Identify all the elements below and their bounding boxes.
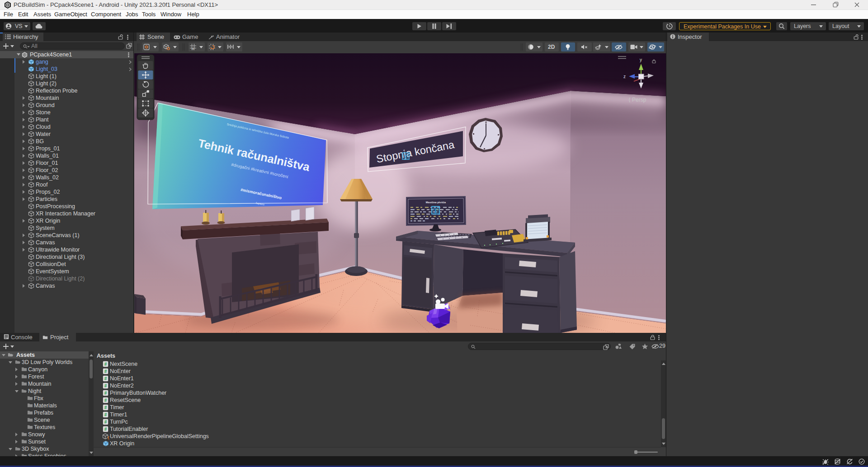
- svg-text:⟨ Persp: ⟨ Persp: [628, 97, 646, 103]
- svg-text:#: #: [104, 412, 107, 417]
- svg-text:Masična plošča: Masična plošča: [426, 201, 446, 204]
- svg-text:#: #: [104, 427, 107, 432]
- svg-text:y: y: [192, 47, 194, 50]
- svg-text:#: #: [104, 376, 107, 381]
- svg-text:#: #: [104, 420, 107, 425]
- svg-text:#: #: [104, 362, 107, 367]
- svg-text:#: #: [104, 398, 107, 403]
- svg-text:T: T: [404, 153, 408, 160]
- svg-text:T: T: [433, 207, 438, 215]
- svg-text:#: #: [104, 369, 107, 374]
- svg-text:y: y: [640, 57, 642, 62]
- svg-text:#: #: [104, 383, 107, 388]
- svg-text:{}: {}: [108, 435, 110, 439]
- svg-text:#: #: [104, 405, 107, 410]
- svg-text:#: #: [104, 391, 107, 396]
- svg-text:z: z: [623, 74, 626, 79]
